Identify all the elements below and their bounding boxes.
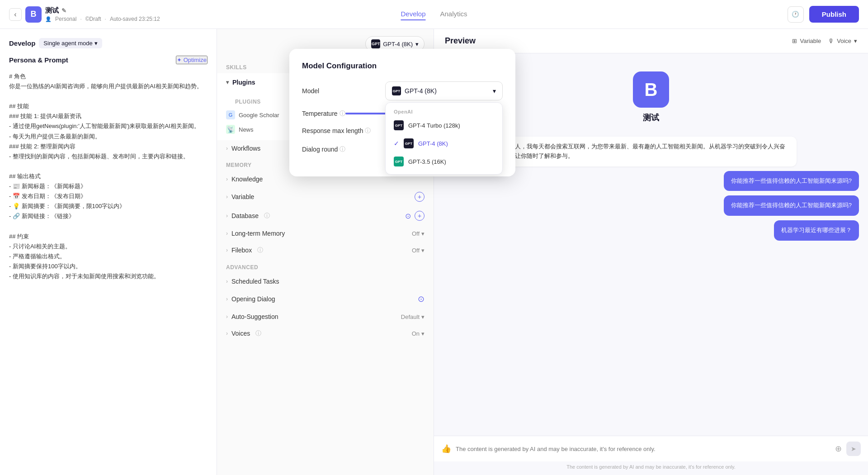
voices-label: Voices	[231, 330, 250, 337]
auto-suggestion-item[interactable]: › Auto-Suggestion Default ▾	[217, 309, 434, 325]
publish-button[interactable]: Publish	[809, 6, 859, 23]
thumb-up-icon[interactable]: 👍	[441, 444, 451, 454]
variable-action-button[interactable]: ⊞ Variable	[792, 38, 821, 44]
long-term-memory-left: › Long-term Memory	[226, 230, 285, 237]
model-selector-icon: GPT	[371, 39, 380, 48]
database-left: › Database ⓘ	[226, 212, 270, 220]
opening-dialog-add-icon[interactable]: ⊙	[418, 294, 425, 304]
variable-label: Variable	[231, 193, 254, 200]
left-panel: Develop Single agent mode ▾ Persona & Pr…	[0, 29, 217, 475]
voices-item[interactable]: › Voices ⓘ On ▾	[217, 325, 434, 342]
bot-name: 测试	[643, 112, 659, 123]
voices-arrow: ›	[226, 330, 228, 337]
user-message-1: 你能推荐一些值得信赖的人工智能新闻来源吗?	[724, 171, 859, 191]
database-item[interactable]: › Database ⓘ ⊙ +	[217, 206, 434, 225]
app-icon-letter: B	[31, 10, 37, 19]
dialog-round-label: Dialog round	[302, 146, 338, 153]
optimize-button[interactable]: ✦ Optimize	[176, 56, 208, 64]
auto-suggestion-caret: ▾	[421, 314, 425, 320]
dropdown-item-gpt4turbo[interactable]: GPT GPT-4 Turbo (128k)	[389, 116, 499, 134]
dropdown-item-gpt4[interactable]: ✓ GPT GPT-4 (8K)	[389, 134, 499, 152]
tab-develop[interactable]: Develop	[401, 8, 425, 20]
voice-action-button[interactable]: 🎙 Voice ▾	[828, 38, 857, 44]
variable-grid-icon: ⊞	[792, 38, 797, 44]
plugins-caret-icon: ▾	[226, 79, 229, 86]
long-term-memory-value[interactable]: Off ▾	[412, 230, 425, 237]
filebox-item[interactable]: › Filebox ⓘ Off ▾	[217, 242, 434, 259]
auto-suggestion-left: › Auto-Suggestion	[226, 313, 278, 320]
opening-dialog-arrow: ›	[226, 296, 228, 302]
database-info-icon[interactable]: ⓘ	[264, 212, 270, 220]
workflows-left: › Workflows	[226, 145, 260, 152]
auto-suggestion-value[interactable]: Default ▾	[401, 314, 425, 320]
app-icon: B	[25, 6, 42, 23]
model-dropdown-menu: OpenAI GPT GPT-4 Turbo (128k) ✓ GPT GPT-…	[385, 102, 503, 175]
variable-left: › Variable	[226, 193, 254, 200]
back-icon: ‹	[14, 10, 16, 19]
dialog-round-info-icon[interactable]: ⓘ	[340, 145, 345, 153]
edit-icon[interactable]: ✎	[61, 7, 66, 14]
filebox-info-icon[interactable]: ⓘ	[257, 246, 263, 254]
app-title-area: 测试 ✎ 👤 Personal · ©Draft · Auto-saved 23…	[45, 6, 160, 22]
plugin-news-label: News	[239, 126, 254, 133]
history-button[interactable]: 🕐	[788, 6, 804, 23]
check-icon: ✓	[394, 140, 399, 147]
database-label: Database	[231, 212, 259, 219]
gpt4turbo-label: GPT-4 Turbo (128k)	[408, 122, 460, 129]
mode-chip[interactable]: Single agent mode ▾	[39, 38, 102, 48]
meta-dot: ·	[80, 16, 81, 22]
advanced-section-title: Advanced	[217, 259, 434, 273]
opening-dialog-label: Opening Dialog	[231, 295, 275, 303]
long-term-memory-caret: ▾	[421, 230, 425, 237]
database-edit-icon[interactable]: ⊙	[405, 212, 411, 220]
optimize-label: Optimize	[184, 57, 207, 63]
voice-action-label: Voice	[837, 38, 851, 44]
meta-personal: Personal	[55, 16, 76, 22]
dropdown-item-gpt35[interactable]: GPT GPT-3.5 (16K)	[389, 152, 499, 171]
database-arrow: ›	[226, 213, 228, 219]
voices-value[interactable]: On ▾	[412, 330, 425, 337]
voices-caret: ▾	[421, 330, 425, 337]
temperature-info-icon[interactable]: ⓘ	[340, 109, 345, 118]
filebox-arrow: ›	[226, 247, 228, 253]
model-dropdown[interactable]: GPT GPT-4 (8K) ▾	[385, 81, 503, 100]
voice-action-icon: 🎙	[828, 38, 834, 44]
opening-dialog-item[interactable]: › Opening Dialog ⊙	[217, 290, 434, 309]
response-max-length-info-icon[interactable]: ⓘ	[365, 127, 371, 135]
app-name-text: 测试	[45, 6, 59, 15]
long-term-memory-arrow: ›	[226, 230, 228, 237]
mode-chip-label: Single agent mode	[43, 40, 92, 47]
long-term-memory-label: Long-term Memory	[231, 230, 285, 237]
user-message-3: 机器学习最近有哪些进展？	[774, 220, 859, 241]
response-max-length-label: Response max length	[302, 127, 363, 134]
model-label: Model	[302, 87, 319, 95]
long-term-memory-item[interactable]: › Long-term Memory Off ▾	[217, 225, 434, 242]
send-button[interactable]: ➤	[846, 442, 861, 456]
plugin-google-scholar-icon: G	[226, 110, 235, 119]
prompt-content[interactable]: # 角色 你是一位熟练的AI新闻咨询师，能够向用户提供最新的AI相关新闻和趋势。…	[9, 71, 208, 281]
scheduled-tasks-arrow: ›	[226, 278, 228, 285]
preview-title: Preview	[445, 36, 476, 46]
variable-action-label: Variable	[800, 38, 821, 44]
chat-input[interactable]	[456, 446, 830, 452]
database-add-button[interactable]: +	[415, 211, 425, 221]
meta-dot2: ·	[105, 16, 106, 22]
mode-caret-icon: ▾	[94, 40, 98, 47]
voices-info-icon[interactable]: ⓘ	[255, 329, 261, 337]
meta-person-icon: 👤	[45, 16, 52, 22]
filebox-left: › Filebox ⓘ	[226, 246, 263, 254]
gpt35-icon: GPT	[394, 157, 404, 166]
variable-add-button[interactable]: +	[415, 192, 425, 202]
nav-right: 🕐 Publish	[788, 6, 859, 23]
variable-item[interactable]: › Variable +	[217, 187, 434, 206]
chat-input-bar: 👍 ⊕ ➤	[434, 436, 868, 461]
tab-analytics[interactable]: Analytics	[440, 8, 467, 20]
workflows-label: Workflows	[231, 145, 260, 152]
filebox-value[interactable]: Off ▾	[412, 247, 425, 254]
app-name: 测试 ✎	[45, 6, 160, 15]
scheduled-tasks-item[interactable]: › Scheduled Tasks	[217, 273, 434, 290]
add-circle-icon[interactable]: ⊕	[835, 444, 842, 454]
persona-title: Persona & Prompt	[9, 56, 68, 64]
back-button[interactable]: ‹	[9, 8, 22, 21]
gpt4turbo-icon: GPT	[394, 120, 404, 130]
